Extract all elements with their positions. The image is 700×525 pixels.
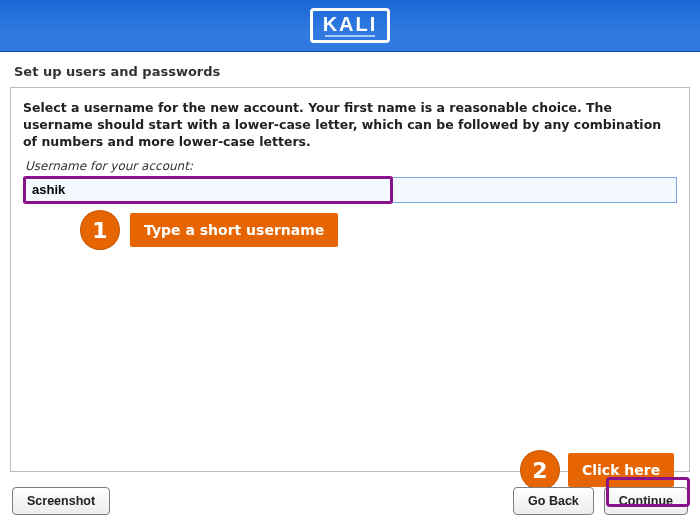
username-input-wrap <box>21 177 679 203</box>
footer-right-group: Go Back Continue <box>513 487 688 515</box>
username-input[interactable] <box>23 177 677 203</box>
header-banner: KALI <box>0 0 700 52</box>
logo-text: KALI <box>323 13 378 36</box>
main-panel: Select a username for the new account. Y… <box>10 87 690 472</box>
go-back-button[interactable]: Go Back <box>513 487 594 515</box>
username-label: Username for your account: <box>21 157 679 177</box>
page-title: Set up users and passwords <box>0 52 700 87</box>
annotation-label-2: Click here <box>568 453 674 487</box>
kali-logo: KALI <box>310 8 391 43</box>
footer-bar: Screenshot Go Back Continue <box>0 487 700 515</box>
continue-button[interactable]: Continue <box>604 487 688 515</box>
annotation-badge-2: 2 <box>520 450 560 490</box>
annotation-label-1: Type a short username <box>130 213 338 247</box>
screenshot-button[interactable]: Screenshot <box>12 487 110 515</box>
annotation-callout-1: 1 Type a short username <box>80 210 338 250</box>
annotation-badge-1: 1 <box>80 210 120 250</box>
instruction-text: Select a username for the new account. Y… <box>21 100 679 157</box>
